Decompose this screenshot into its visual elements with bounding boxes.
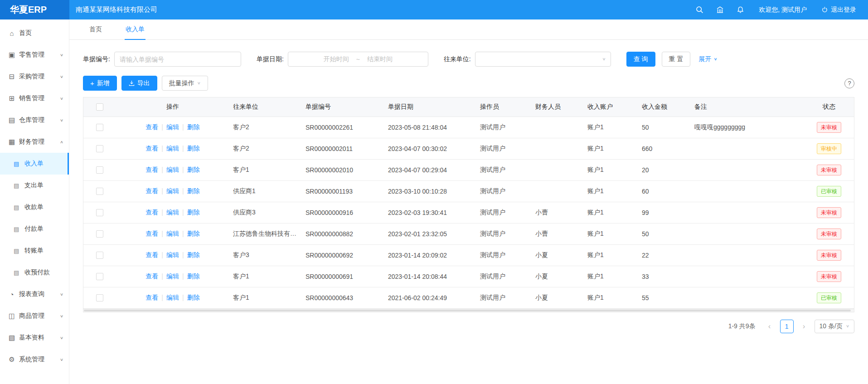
system-icon: ⚙ xyxy=(7,355,16,364)
tab-home[interactable]: 首页 xyxy=(88,19,103,39)
batch-button-label: 批量操作 xyxy=(169,79,194,87)
chevron-icon: ∨ xyxy=(60,314,63,318)
edit-link[interactable]: 编辑 xyxy=(166,251,179,258)
select-all-checkbox[interactable] xyxy=(96,103,103,111)
cell-remark xyxy=(691,138,804,159)
sidebar-subitem-expense[interactable]: ▤ 支出单 xyxy=(0,175,69,196)
delete-link[interactable]: 删除 xyxy=(187,272,200,280)
row-checkbox[interactable] xyxy=(96,294,103,301)
page-1-button[interactable]: 1 xyxy=(780,320,794,333)
sidebar-item-retail[interactable]: ▣ 零售管理 ∨ xyxy=(0,44,69,66)
view-link[interactable]: 查看 xyxy=(145,251,158,258)
bell-icon[interactable] xyxy=(737,6,744,14)
cell-income-amount: 99 xyxy=(638,202,691,223)
sidebar-subitem-label: 转账单 xyxy=(24,247,44,255)
cell-doc-date: 2023-05-08 21:48:04 xyxy=(384,117,476,138)
cell-unit: 供应商3 xyxy=(229,202,302,223)
help-icon[interactable]: ? xyxy=(844,78,854,88)
cell-operator: 测试用户 xyxy=(476,138,532,159)
action-separator: | xyxy=(182,123,184,131)
action-separator: | xyxy=(182,272,184,280)
search-button[interactable]: 查 询 xyxy=(626,52,655,67)
horizontal-scrollbar[interactable] xyxy=(83,309,854,312)
sidebar-subitem-income[interactable]: ▤ 收入单 xyxy=(0,153,69,175)
search-icon[interactable] xyxy=(696,6,703,14)
batch-operations-button[interactable]: 批量操作 ∨ xyxy=(162,76,208,91)
view-link[interactable]: 查看 xyxy=(145,209,158,216)
delete-link[interactable]: 删除 xyxy=(187,230,200,237)
app-logo[interactable]: 华夏ERP xyxy=(0,0,69,19)
sidebar-item-system[interactable]: ⚙ 系统管理 ∨ xyxy=(0,349,69,370)
cell-income-account: 账户1 xyxy=(584,266,638,287)
tab-income[interactable]: 收入单 xyxy=(125,19,145,39)
expand-link[interactable]: 展开 ∨ xyxy=(698,55,717,63)
sidebar-subitem-transfer[interactable]: ▤ 转账单 xyxy=(0,240,69,262)
view-link[interactable]: 查看 xyxy=(145,145,158,152)
delete-link[interactable]: 删除 xyxy=(187,187,200,194)
add-button[interactable]: + 新增 xyxy=(83,76,117,91)
row-checkbox[interactable] xyxy=(96,209,103,216)
unit-select[interactable]: ∨ xyxy=(475,52,611,67)
sidebar-item-finance[interactable]: ▦ 财务管理 ∧ xyxy=(0,131,69,153)
delete-link[interactable]: 删除 xyxy=(187,294,200,301)
edit-link[interactable]: 编辑 xyxy=(166,294,179,301)
sidebar-subitem-payment[interactable]: ▤ 付款单 xyxy=(0,218,69,240)
sidebar-item-basic[interactable]: ▧ 基本资料 ∨ xyxy=(0,327,69,349)
sidebar-subitem-advance[interactable]: ▤ 收预付款 xyxy=(0,262,69,283)
unit-label: 往来单位: xyxy=(444,55,471,63)
view-link[interactable]: 查看 xyxy=(145,272,158,280)
cell-operator: 测试用户 xyxy=(476,180,532,202)
retail-icon: ▣ xyxy=(7,51,16,59)
tab-bar: 首页 收入单 xyxy=(69,19,868,40)
view-link[interactable]: 查看 xyxy=(145,123,158,131)
row-checkbox[interactable] xyxy=(96,273,103,280)
sidebar-item-warehouse[interactable]: ▤ 仓库管理 ∨ xyxy=(0,109,69,131)
row-checkbox[interactable] xyxy=(96,145,103,152)
table-body: 查看|编辑|删除 客户2 SR00000002261 2023-05-08 21… xyxy=(83,117,854,308)
sidebar-item-sales[interactable]: ⊞ 销售管理 ∨ xyxy=(0,87,69,109)
export-button[interactable]: 导出 xyxy=(121,76,157,91)
reset-button[interactable]: 重 置 xyxy=(662,52,691,67)
sidebar-item-report[interactable]: ◔ 报表查询 ∨ xyxy=(0,283,69,305)
delete-link[interactable]: 删除 xyxy=(187,123,200,131)
next-page-button[interactable]: › xyxy=(797,320,811,333)
cell-doc-date: 2021-06-02 00:24:49 xyxy=(384,287,476,308)
edit-link[interactable]: 编辑 xyxy=(166,187,179,194)
view-link[interactable]: 查看 xyxy=(145,166,158,173)
delete-link[interactable]: 删除 xyxy=(187,209,200,216)
chevron-icon: ∨ xyxy=(60,118,63,122)
row-checkbox[interactable] xyxy=(96,230,103,238)
row-checkbox[interactable] xyxy=(96,124,103,131)
view-link[interactable]: 查看 xyxy=(145,294,158,301)
row-checkbox[interactable] xyxy=(96,252,103,259)
date-range-picker[interactable]: 开始时间 ~ 结束时间 xyxy=(288,52,428,67)
logout-button[interactable]: 退出登录 xyxy=(821,6,856,14)
delete-link[interactable]: 删除 xyxy=(187,251,200,258)
welcome-text[interactable]: 欢迎您, 测试用户 xyxy=(759,6,807,14)
scrollbar-thumb[interactable] xyxy=(84,310,851,311)
row-checkbox[interactable] xyxy=(96,166,103,174)
view-link[interactable]: 查看 xyxy=(145,187,158,194)
edit-link[interactable]: 编辑 xyxy=(166,166,179,173)
delete-link[interactable]: 删除 xyxy=(187,145,200,152)
row-actions: 查看|编辑|删除 xyxy=(145,230,199,237)
cell-income-account: 账户1 xyxy=(584,202,638,223)
chevron-down-icon: ∨ xyxy=(713,57,717,61)
edit-link[interactable]: 编辑 xyxy=(166,145,179,152)
edit-link[interactable]: 编辑 xyxy=(166,209,179,216)
sidebar-item-home[interactable]: ⌂ 首页 xyxy=(0,22,69,44)
prev-page-button[interactable]: ‹ xyxy=(763,320,776,333)
row-checkbox[interactable] xyxy=(96,188,103,195)
edit-link[interactable]: 编辑 xyxy=(166,123,179,131)
delete-link[interactable]: 删除 xyxy=(187,166,200,173)
edit-link[interactable]: 编辑 xyxy=(166,272,179,280)
edit-link[interactable]: 编辑 xyxy=(166,230,179,237)
sidebar-item-product[interactable]: ◫ 商品管理 ∨ xyxy=(0,305,69,327)
sidebar-item-purchase[interactable]: ⊟ 采购管理 ∨ xyxy=(0,66,69,87)
page-size-select[interactable]: 10 条/页 ∨ xyxy=(815,320,854,333)
cell-doc-no: SR00000000882 xyxy=(302,223,384,244)
sidebar-subitem-receipt[interactable]: ▤ 收款单 xyxy=(0,196,69,218)
view-link[interactable]: 查看 xyxy=(145,230,158,237)
doc-no-input[interactable] xyxy=(114,52,241,67)
bank-icon[interactable] xyxy=(716,6,724,14)
